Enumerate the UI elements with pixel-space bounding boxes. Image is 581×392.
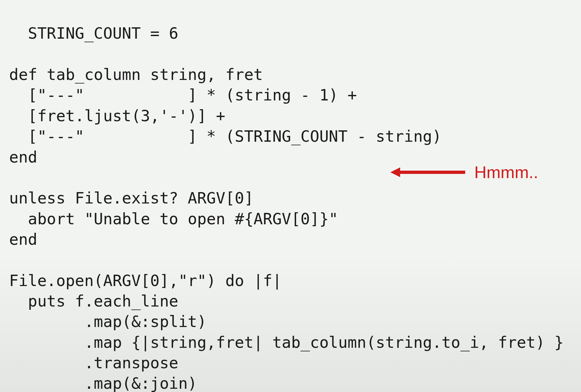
code-block: STRING_COUNT = 6 def tab_column string, … [9,3,564,392]
svg-marker-1 [390,167,400,177]
arrow-left-icon [390,166,465,179]
annotation-text: Hmmm.. [474,161,538,184]
annotation: Hmmm.. [390,161,538,184]
code-text: STRING_COUNT = 6 def tab_column string, … [9,24,564,392]
